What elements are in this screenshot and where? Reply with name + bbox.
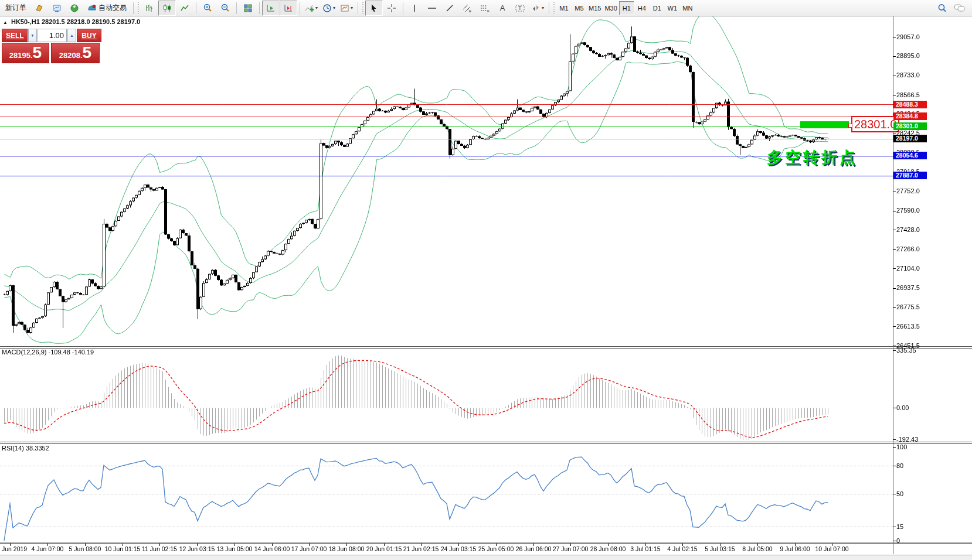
sell-price-main: 28195: [9, 51, 30, 60]
templates-dropdown-caret[interactable]: ▾: [351, 5, 353, 11]
chevron-down-icon: ▼: [30, 33, 35, 37]
new-chart-icon[interactable]: [30, 1, 48, 16]
horizontal-line-tool-icon[interactable]: [423, 1, 441, 16]
main-toolbar: 新订单 自动交易: [0, 0, 972, 16]
buy-price-main: 28208: [59, 51, 80, 60]
timeframe-button-M1[interactable]: M1: [556, 1, 572, 15]
timeframe-button-M30[interactable]: M30: [603, 1, 618, 15]
new-order-button[interactable]: 新订单: [1, 1, 30, 15]
autotrading-label: 自动交易: [98, 3, 127, 13]
autotrading-button[interactable]: 自动交易: [83, 1, 131, 15]
one-click-trade-panel: SELL ▼ ▲ BUY 28195.5 28208.5: [2, 29, 100, 63]
chevron-up-icon: ▲: [70, 33, 74, 37]
navigator-icon[interactable]: [66, 1, 83, 16]
crosshair-icon[interactable]: [383, 1, 400, 16]
volume-increase-button[interactable]: ▲: [67, 29, 76, 42]
periods-dropdown-caret[interactable]: ▾: [333, 5, 335, 11]
search-icon[interactable]: [933, 1, 951, 16]
chart-shift-icon[interactable]: [280, 1, 297, 16]
trendline-tool-icon[interactable]: [441, 1, 458, 16]
bottom-strip: [0, 555, 972, 560]
svg-text:E: E: [469, 9, 471, 13]
templates-icon[interactable]: ▾: [338, 1, 355, 16]
indicators-dropdown-caret[interactable]: ▾: [315, 5, 318, 11]
timeframe-button-W1[interactable]: W1: [665, 1, 680, 15]
toolbar-drag-handle[interactable]: [137, 2, 140, 14]
fibonacci-tool-icon[interactable]: F: [476, 1, 494, 16]
toolbar-drag-handle[interactable]: [553, 2, 555, 14]
timeframe-button-M15[interactable]: M15: [587, 1, 603, 15]
equidistant-channel-tool-icon[interactable]: E: [458, 1, 476, 16]
volume-decrease-button[interactable]: ▼: [28, 29, 37, 42]
tile-windows-icon[interactable]: [239, 1, 257, 16]
cursor-icon[interactable]: [365, 1, 383, 16]
text-label-tool-icon[interactable]: T: [511, 1, 529, 16]
timeframe-toolbar: M1M5M15M30H1H4D1W1MN: [556, 1, 695, 15]
arrows-tool-icon[interactable]: ▾: [529, 1, 546, 16]
timeframe-button-D1[interactable]: D1: [650, 1, 665, 15]
toolbar-drag-handle[interactable]: [362, 2, 364, 14]
vertical-line-tool-icon[interactable]: [406, 1, 423, 16]
trading-terminal: 新订单 自动交易: [0, 0, 972, 560]
svg-text:T: T: [518, 5, 522, 11]
market-watch-icon[interactable]: [48, 1, 66, 16]
periods-icon[interactable]: ▾: [320, 1, 338, 16]
candlestick-chart-icon[interactable]: [158, 1, 176, 16]
buy-price-display[interactable]: 28208.5: [51, 43, 100, 63]
svg-text:F: F: [487, 9, 490, 13]
zoom-in-icon[interactable]: [199, 1, 216, 16]
text-tool-icon[interactable]: A: [494, 1, 511, 16]
indicators-icon[interactable]: ▾: [303, 1, 320, 16]
volume-input[interactable]: [38, 29, 67, 42]
arrows-dropdown-caret[interactable]: ▾: [542, 5, 544, 11]
sell-price-frac: 5: [33, 43, 42, 62]
sell-button[interactable]: SELL: [2, 29, 28, 42]
sell-price-display[interactable]: 28195.5: [2, 43, 49, 63]
chat-icon[interactable]: [951, 1, 968, 16]
timeframe-button-H4[interactable]: H4: [634, 1, 650, 15]
zoom-out-icon[interactable]: [216, 1, 234, 16]
timeframe-button-M5[interactable]: M5: [572, 1, 587, 15]
timeframe-button-MN[interactable]: MN: [680, 1, 695, 15]
buy-price-frac: 5: [83, 43, 92, 62]
auto-scroll-icon[interactable]: [262, 1, 280, 16]
chart-canvas[interactable]: [0, 0, 972, 560]
autotrading-icon: [87, 4, 97, 13]
buy-button[interactable]: BUY: [77, 29, 101, 42]
bar-chart-icon[interactable]: [141, 1, 158, 16]
timeframe-button-H1[interactable]: H1: [619, 1, 634, 15]
line-chart-icon[interactable]: [176, 1, 193, 16]
